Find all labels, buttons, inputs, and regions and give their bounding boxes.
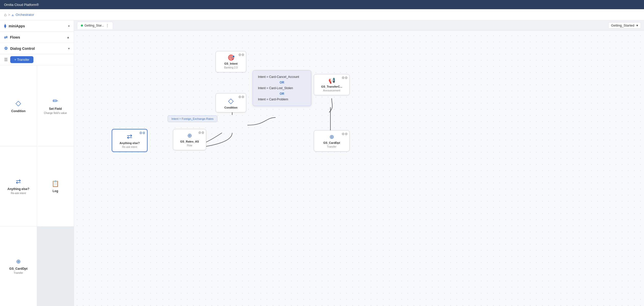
tab-more-icon[interactable]: ⋮ — [106, 23, 109, 28]
connections-svg — [74, 31, 644, 306]
anything-else-icon: ⇄ — [16, 178, 21, 185]
gs-rates-settings-icon[interactable]: ⚙⚙ — [198, 131, 204, 135]
gs-carddpt-settings-icon[interactable]: ⚙⚙ — [342, 132, 348, 136]
gs-transferc-sub: Announcement — [323, 89, 340, 92]
sidebar-dialog-control-header[interactable]: ⚙ Dialog Control ▾ — [0, 43, 74, 54]
cond-line-3: Intent = Card-Problem — [258, 97, 306, 102]
sidebar-flows-header[interactable]: ⇄ Flows ▲ — [0, 32, 74, 43]
dialog-control-icon: ⚙ — [4, 46, 8, 51]
miniapps-icon: ⧫ — [4, 23, 6, 28]
gs-intent-settings-icon[interactable]: ⚙⚙ — [238, 53, 244, 57]
cond-line-2: Intent = Card-Lost_Stolen — [258, 86, 306, 90]
node-card-log[interactable]: 📋 Log — [37, 146, 74, 226]
cond-or-2: OR — [258, 92, 306, 96]
tab-selector-arrow: ▾ — [636, 23, 638, 27]
gs-carddpt-sidebar-icon: ⊕ — [16, 258, 21, 265]
condition-node-settings-icon[interactable]: ⚙⚙ — [238, 95, 244, 99]
anything-else-label: Anything else? — [7, 187, 29, 191]
gs-carddpt-canvas-icon: ⊕ — [329, 134, 334, 140]
gs-intent-icon: 🎯 — [228, 54, 234, 61]
anything-else-canvas-node[interactable]: ⚙⚙ ⇄ Anything else? Re-ask intent — [112, 129, 147, 152]
node-card-gs-carddpt[interactable]: ⊕ GS_CardDpt Transfer — [0, 227, 37, 306]
gs-transferc-settings-icon[interactable]: ⚙⚙ — [342, 76, 348, 80]
node-card-condition[interactable]: ◇ Condition — [0, 65, 37, 146]
canvas: Getting_Star... ⋮ Getting_Started ▾ — [74, 20, 644, 306]
flows-label: Flows — [10, 35, 20, 39]
gs-transferc-label: GS_TransferC... — [321, 85, 342, 88]
miniapps-label: miniApps — [9, 24, 25, 28]
set-field-sublabel: Change field's value — [44, 112, 67, 114]
topbar-title: Omilia Cloud Platform® — [4, 3, 39, 7]
gs-transferc-node[interactable]: ⚙⚙ 📢 GS_TransferC... Announcement — [314, 74, 350, 95]
sidebar-miniapps-header[interactable]: ⧫ miniApps ▾ — [0, 20, 74, 32]
condition-node-label: Condition — [224, 106, 237, 109]
canvas-tab[interactable]: Getting_Star... ⋮ — [77, 22, 113, 29]
intent-bubble: Intent = Foreign_Exchange-Rates — [168, 115, 217, 122]
anything-else-canvas-sub: Re-ask intent — [122, 146, 137, 148]
transfer-button[interactable]: + Transfer — [10, 56, 33, 63]
log-label: Log — [53, 189, 58, 193]
gs-carddpt-canvas-label: GS_CardDpt — [323, 141, 340, 144]
sidebar: ⧫ miniApps ▾ ⇄ Flows ▲ ⚙ Dialog Control … — [0, 20, 74, 306]
anything-else-sublabel: Re-ask intent — [11, 192, 26, 195]
condition-icon: ◇ — [16, 99, 21, 107]
set-field-icon: ✏ — [53, 97, 58, 105]
transfer-btn-row: ☰ + Transfer — [0, 54, 74, 65]
gs-rates-as-node[interactable]: ⚙⚙ ⊕ GS_Rates_AS Flow — [173, 129, 206, 150]
miniapps-chevron: ▾ — [68, 24, 70, 28]
gs-intent-node[interactable]: ⚙⚙ 🎯 GS_Intent Banking 2.0 — [216, 51, 246, 72]
gs-rates-label: GS_Rates_AS — [180, 140, 199, 143]
flows-icon: ⇄ — [4, 35, 7, 40]
tab-selector[interactable]: Getting_Started ▾ — [608, 22, 641, 29]
tab-bar: Getting_Star... ⋮ Getting_Started ▾ — [74, 20, 644, 31]
breadcrumb-section[interactable]: Orchestrator — [16, 13, 34, 17]
nav-icon: ⟁ — [11, 13, 14, 17]
condition-main-node[interactable]: ⚙⚙ ◇ Condition — [216, 93, 246, 112]
flows-chevron: ▲ — [67, 36, 70, 39]
dialog-control-chevron: ▾ — [68, 47, 70, 50]
log-icon: 📋 — [52, 180, 59, 187]
nodes-grid: ◇ Condition ✏ Set Field Change field's v… — [0, 65, 74, 306]
breadcrumb-sep1: > — [8, 13, 10, 17]
set-field-label: Set Field — [49, 107, 62, 111]
condition-label: Condition — [11, 109, 26, 113]
gs-rates-icon: ⊕ — [187, 132, 192, 139]
intent-bubble-text: Intent = Foreign_Exchange-Rates — [171, 117, 214, 120]
tab-label: Getting_Star... — [84, 24, 104, 27]
gs-intent-sub: Banking 2.0 — [224, 66, 238, 69]
home-icon[interactable]: ⌂ — [4, 13, 7, 17]
transfer-button-label: + Transfer — [14, 58, 29, 62]
anything-else-canvas-label: Anything else? — [120, 142, 140, 145]
gs-rates-sub: Flow — [187, 144, 192, 147]
node-card-set-field[interactable]: ✏ Set Field Change field's value — [37, 65, 74, 146]
tab-status-dot — [81, 25, 83, 27]
gs-carddpt-sidebar-label: GS_CardDpt — [9, 267, 27, 270]
breadcrumb-bar: ⌂ > ⟁ Orchestrator — [0, 9, 644, 20]
gs-carddpt-canvas-sub: Transfer — [327, 145, 337, 148]
tab-selector-label: Getting_Started — [611, 23, 634, 27]
gs-transferc-icon: 📢 — [328, 77, 335, 84]
condition-node-icon: ◇ — [228, 97, 234, 105]
hamburger-icon[interactable]: ☰ — [4, 57, 8, 62]
anything-else-settings-icon[interactable]: ⚙⚙ — [139, 131, 145, 135]
cond-line-1: Intent = Card-Cancel_Account — [258, 75, 306, 79]
condition-box: Intent = Card-Cancel_Account OR Intent =… — [253, 70, 311, 106]
gs-carddpt-sidebar-sublabel: Transfer — [14, 272, 23, 274]
gs-intent-label: GS_Intent — [224, 62, 238, 65]
node-card-anything-else[interactable]: ⇄ Anything else? Re-ask intent — [0, 146, 37, 226]
main-layout: ⧫ miniApps ▾ ⇄ Flows ▲ ⚙ Dialog Control … — [0, 20, 644, 306]
gs-carddpt-canvas-node[interactable]: ⚙⚙ ⊕ GS_CardDpt Transfer — [314, 130, 350, 151]
anything-else-canvas-icon: ⇄ — [127, 133, 132, 140]
cond-or-1: OR — [258, 81, 306, 84]
dialog-control-label: Dialog Control — [10, 46, 35, 51]
topbar: Omilia Cloud Platform® — [0, 0, 644, 9]
